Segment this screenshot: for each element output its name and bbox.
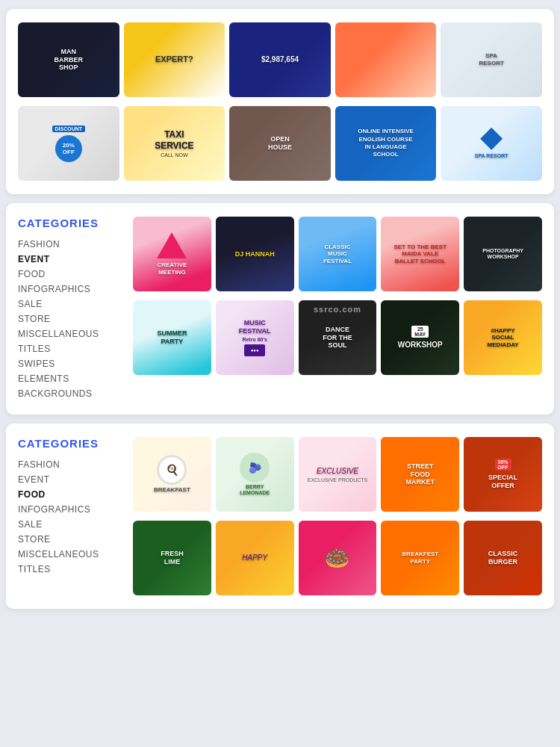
thumb-donut[interactable]: 🍩 — [299, 521, 377, 595]
top-grid: MANBARBERSHOP EXPERT? $2,987,654 SPARESO… — [18, 22, 542, 181]
thumb-exclusive[interactable]: Exclusive EXCLUSIVE PRODUCTS — [299, 437, 377, 512]
sidebar-item-misc-event[interactable]: MISCELLANEOUS — [18, 326, 122, 341]
watermark-food: ssrco.com — [314, 512, 361, 521]
thumb-music-festival-retro[interactable]: MUSICFESTIVAL Retro 80's ●●● — [216, 300, 294, 375]
sidebar-item-fashion-event[interactable]: FASHION — [18, 237, 122, 252]
sidebar-item-event-food[interactable]: EVENT — [18, 472, 122, 487]
thumb-breakfast[interactable]: 🍳 BREAKFAST — [133, 437, 211, 512]
watermark: ssrco.com — [256, 97, 304, 106]
sidebar-item-elements-event[interactable]: ELEMENTS — [18, 371, 122, 386]
thumb-street-food-market[interactable]: STREETFOODMARKET — [381, 437, 459, 512]
thumb-fresh-lime[interactable]: FRESHLIME — [133, 521, 211, 595]
sidebar-item-backgrounds-event[interactable]: BACKGROUNDS — [18, 386, 122, 401]
food-row-1: 🍳 BREAKFAST 🫐 BERRYLEMONADE E — [133, 437, 542, 512]
section-food-card: CATEGORIES FASHION EVENT FOOD INFOGRAPHI… — [6, 424, 554, 609]
sidebar-item-fashion-food[interactable]: FASHION — [18, 457, 122, 472]
thumb-workshop-25may[interactable]: 25MAY WORKSHOP — [381, 300, 459, 375]
thumb-photography-workshop[interactable]: PHOTOGRAPHYWORKSHOP — [464, 217, 542, 291]
event-row-2: SUMMERPARTY MUSICFESTIVAL Retro 80's ●●●… — [133, 300, 542, 375]
thumb-happy[interactable]: Happy — [216, 521, 294, 595]
thumb-berry-lemonade[interactable]: 🫐 BERRYLEMONADE — [216, 437, 294, 512]
food-sidebar: CATEGORIES FASHION EVENT FOOD INFOGRAPHI… — [18, 437, 122, 595]
food-row-2: FRESHLIME Happy 🍩 BREAKFESTPARTY — [133, 521, 542, 595]
grid-row-2: DISCOUNT 20%OFF TAXISERVICE CALL NOW OPE… — [18, 106, 542, 181]
section-event-card: CATEGORIES FASHION EVENT FOOD INFOGRAPHI… — [6, 203, 554, 415]
sidebar-item-sale-event[interactable]: SALE — [18, 297, 122, 311]
thumb-barber-shop[interactable]: MANBARBERSHOP — [18, 22, 119, 97]
event-categories-title: CATEGORIES — [18, 217, 122, 229]
section-top-card: MANBARBERSHOP EXPERT? $2,987,654 SPARESO… — [6, 9, 554, 194]
sidebar-item-infographics-event[interactable]: INFOGRAPHICS — [18, 282, 122, 297]
event-row-1: CREATIVEMEETING DJ HANNAH CLASSICMUSICFE… — [133, 217, 542, 291]
sidebar-item-event[interactable]: EVENT — [18, 252, 122, 267]
thumb-breakfest-party[interactable]: BREAKFESTPARTY — [381, 521, 459, 595]
food-categories-title: CATEGORIES — [18, 437, 122, 450]
thumb-dance-soul[interactable]: DANCEFOR THESOUL — [299, 300, 377, 375]
thumb-music-festival[interactable]: CLASSICMUSICFESTIVAL — [299, 217, 377, 291]
event-sidebar: CATEGORIES FASHION EVENT FOOD INFOGRAPHI… — [18, 217, 122, 401]
section-event-inner: CATEGORIES FASHION EVENT FOOD INFOGRAPHI… — [18, 217, 542, 401]
thumb-discount[interactable]: DISCOUNT 20%OFF — [18, 106, 119, 181]
thumb-classic-burger[interactable]: CLASSICBURGER — [464, 521, 542, 595]
thumb-happy-social[interactable]: #HAPPYSOCIALMEDIADAY — [464, 300, 542, 375]
sidebar-item-store-event[interactable]: STORE — [18, 311, 122, 326]
thumb-taxi[interactable]: TAXISERVICE CALL NOW — [124, 106, 225, 181]
thumb-orange[interactable] — [335, 22, 437, 97]
sidebar-item-food[interactable]: FOOD — [18, 487, 122, 502]
thumb-dj-hannah[interactable]: DJ HANNAH — [216, 217, 294, 291]
thumb-expert[interactable]: EXPERT? — [124, 22, 225, 97]
sidebar-item-titles-food[interactable]: TITLES — [18, 562, 122, 577]
section-food-inner: CATEGORIES FASHION EVENT FOOD INFOGRAPHI… — [18, 437, 542, 595]
food-grid: 🍳 BREAKFAST 🫐 BERRYLEMONADE E — [133, 437, 542, 595]
thumb-open-house[interactable]: OPENHOUSE — [229, 106, 331, 181]
event-grid: CREATIVEMEETING DJ HANNAH CLASSICMUSICFE… — [133, 217, 542, 401]
sidebar-item-misc-food[interactable]: MISCELLANEOUS — [18, 547, 122, 562]
sidebar-item-food-event[interactable]: FOOD — [18, 267, 122, 282]
thumb-ballet-school[interactable]: Set to the bestMaida ValeBallet School — [381, 217, 459, 291]
sidebar-item-infographics-food[interactable]: INFOGRAPHICS — [18, 502, 122, 517]
sidebar-item-titles-event[interactable]: TITLES — [18, 341, 122, 356]
thumb-spa1[interactable]: SPARESORT — [441, 22, 542, 97]
sidebar-item-sale-food[interactable]: SALE — [18, 517, 122, 532]
thumb-english-course[interactable]: Online IntensiveEnglish coursein languag… — [335, 106, 437, 181]
thumb-special-offer[interactable]: 30%OFF SPECIALOFFER — [464, 437, 542, 512]
grid-row-1: MANBARBERSHOP EXPERT? $2,987,654 SPARESO… — [18, 22, 542, 97]
thumb-spa2[interactable]: SPA RESORT — [441, 106, 542, 181]
thumb-summer-party[interactable]: SUMMERPARTY — [133, 300, 211, 375]
thumb-price[interactable]: $2,987,654 — [229, 22, 331, 97]
thumb-creative-meeting[interactable]: CREATIVEMEETING — [133, 217, 211, 291]
sidebar-item-swipes-event[interactable]: SWIPES — [18, 356, 122, 371]
sidebar-item-store-food[interactable]: STORE — [18, 532, 122, 547]
